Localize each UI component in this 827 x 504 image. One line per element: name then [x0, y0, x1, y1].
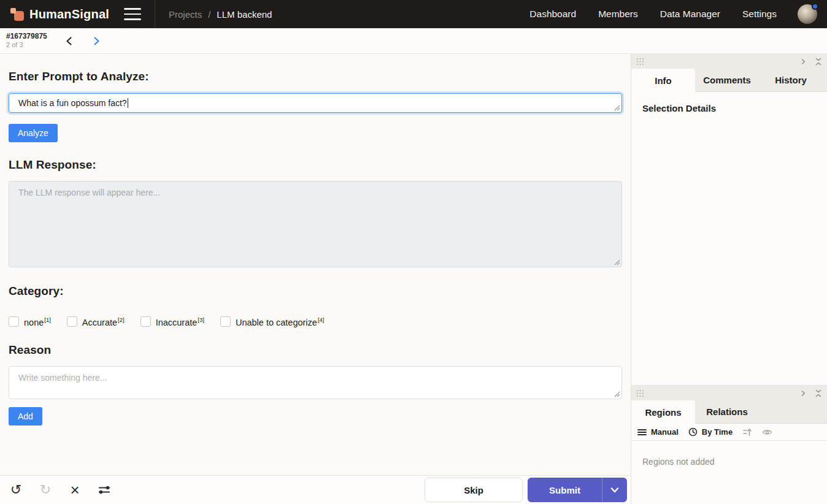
response-field-wrap: The LLM response will appear here...: [9, 181, 622, 267]
nav-members[interactable]: Members: [598, 9, 638, 20]
category-choices: none[1] Accurate[2] Inaccurate[3] Unable…: [9, 316, 622, 327]
undo-button[interactable]: ↺: [9, 482, 23, 498]
skip-button[interactable]: Skip: [425, 478, 523, 502]
task-meta: #167379875 2 of 3: [0, 32, 47, 50]
analyze-button[interactable]: Analyze: [9, 124, 58, 142]
labeling-area: Enter Prompt to Analyze: What is a fun o…: [0, 54, 631, 504]
humansignal-logo-icon: [10, 7, 25, 21]
menu-hamburger-icon[interactable]: [124, 8, 141, 20]
chevron-right-icon: [91, 36, 101, 46]
info-panel-body: Selection Details: [631, 92, 827, 385]
reason-textarea[interactable]: Write something here...: [9, 366, 622, 399]
prev-task-button[interactable]: [64, 36, 74, 46]
checkbox-icon[interactable]: [9, 316, 19, 327]
nav-dashboard[interactable]: Dashboard: [529, 9, 576, 20]
collapse-vertical-icon: [815, 58, 822, 66]
redo-button[interactable]: ↻: [38, 482, 53, 498]
sort-order-button[interactable]: [742, 428, 752, 437]
undo-icon: ↺: [10, 483, 21, 497]
task-id: #167379875: [6, 32, 47, 41]
reason-heading: Reason: [9, 343, 622, 357]
breadcrumb: Projects / LLM backend: [169, 9, 272, 20]
eye-icon: [762, 429, 772, 436]
hotkey-hint: [2]: [118, 316, 125, 323]
prompt-input[interactable]: What is a fun opossum fact?: [9, 93, 622, 113]
chevron-down-icon: [610, 487, 619, 493]
chevron-right-icon: [801, 58, 806, 65]
close-icon: ×: [70, 482, 79, 498]
drag-handle-icon[interactable]: [636, 58, 644, 66]
prompt-heading: Enter Prompt to Analyze:: [9, 70, 622, 83]
workspace: Enter Prompt to Analyze: What is a fun o…: [0, 54, 827, 504]
redo-icon: ↻: [40, 483, 51, 497]
hotkey-hint: [3]: [198, 316, 204, 323]
choice-none[interactable]: none[1]: [9, 316, 51, 327]
app-root: HumanSignal Projects / LLM backend Dashb…: [0, 0, 827, 504]
detach-panel-button[interactable]: [801, 390, 806, 397]
nav-settings[interactable]: Settings: [742, 9, 777, 20]
submit-button[interactable]: Submit: [528, 478, 602, 502]
info-panel-header: [631, 54, 827, 69]
regions-panel-body: Regions not added: [631, 441, 827, 504]
add-button[interactable]: Add: [9, 407, 42, 426]
collapse-panel-button[interactable]: [815, 389, 822, 397]
response-heading: LLM Response:: [9, 158, 622, 172]
category-heading: Category:: [9, 284, 622, 298]
next-task-button[interactable]: [91, 36, 101, 46]
regions-panel-tabs: Regions Relations: [631, 400, 827, 424]
reason-field-wrap: Write something here...: [9, 366, 622, 399]
user-avatar[interactable]: [798, 4, 817, 24]
task-position: 2 of 3: [6, 41, 47, 50]
hotkey-hint: [1]: [44, 316, 51, 323]
reset-button[interactable]: ×: [67, 482, 82, 498]
labeling-content: Enter Prompt to Analyze: What is a fun o…: [0, 54, 631, 475]
tab-info[interactable]: Info: [631, 69, 695, 92]
top-navbar: HumanSignal Projects / LLM backend Dashb…: [0, 0, 827, 28]
regions-empty-text: Regions not added: [631, 441, 827, 467]
sort-by-time-label: By Time: [702, 427, 733, 437]
sort-by-time-button[interactable]: By Time: [688, 427, 733, 437]
regions-panel-header: [631, 386, 827, 400]
toggle-visibility-button[interactable]: [762, 429, 772, 436]
llm-response-textarea[interactable]: The LLM response will appear here...: [9, 181, 622, 267]
collapse-vertical-icon: [815, 389, 822, 397]
collapse-panel-button[interactable]: [815, 58, 822, 66]
choice-label: Inaccurate: [156, 318, 198, 327]
choice-accurate[interactable]: Accurate[2]: [67, 316, 125, 327]
tab-history[interactable]: History: [759, 69, 823, 91]
hotkey-hint: [4]: [318, 316, 325, 323]
info-panel: Info Comments History Selection Details: [631, 54, 827, 385]
group-by-manual-button[interactable]: Manual: [637, 427, 679, 437]
detach-panel-button[interactable]: [801, 58, 806, 65]
tab-relations[interactable]: Relations: [695, 400, 759, 423]
checkbox-icon[interactable]: [220, 316, 231, 327]
submit-dropdown-button[interactable]: [602, 478, 627, 502]
notification-badge: [812, 3, 818, 10]
choice-inaccurate[interactable]: Inaccurate[3]: [140, 316, 204, 327]
clock-icon: [688, 427, 698, 437]
checkbox-icon[interactable]: [67, 316, 77, 327]
brand-logo[interactable]: HumanSignal: [0, 7, 118, 21]
submit-split-button: Submit: [528, 478, 627, 502]
task-navigation-bar: #167379875 2 of 3: [0, 28, 827, 54]
tab-regions[interactable]: Regions: [631, 400, 695, 424]
selection-details-title: Selection Details: [631, 92, 827, 113]
checkbox-icon[interactable]: [140, 316, 151, 327]
text-caret: [128, 98, 129, 108]
choice-unable-to-categorize[interactable]: Unable to categorize[4]: [220, 316, 325, 327]
right-sidebar: Info Comments History Selection Details: [631, 54, 827, 504]
breadcrumb-projects[interactable]: Projects: [169, 9, 202, 20]
nav-data-manager[interactable]: Data Manager: [660, 9, 720, 20]
prompt-value: What is a fun opossum fact?: [18, 98, 127, 108]
breadcrumb-separator: /: [208, 9, 210, 20]
choice-label: Unable to categorize: [236, 318, 317, 327]
sort-ascending-icon: [742, 428, 752, 437]
tab-comments[interactable]: Comments: [695, 69, 759, 91]
drag-handle-icon[interactable]: [636, 389, 644, 397]
topbar-divider: [155, 0, 155, 28]
regions-toolbar: Manual By Time: [631, 424, 827, 441]
top-nav-links: Dashboard Members Data Manager Settings: [529, 9, 777, 20]
choice-label: none: [24, 318, 44, 327]
hamburger-list-icon: [637, 429, 647, 436]
settings-sliders-button[interactable]: [97, 482, 112, 498]
